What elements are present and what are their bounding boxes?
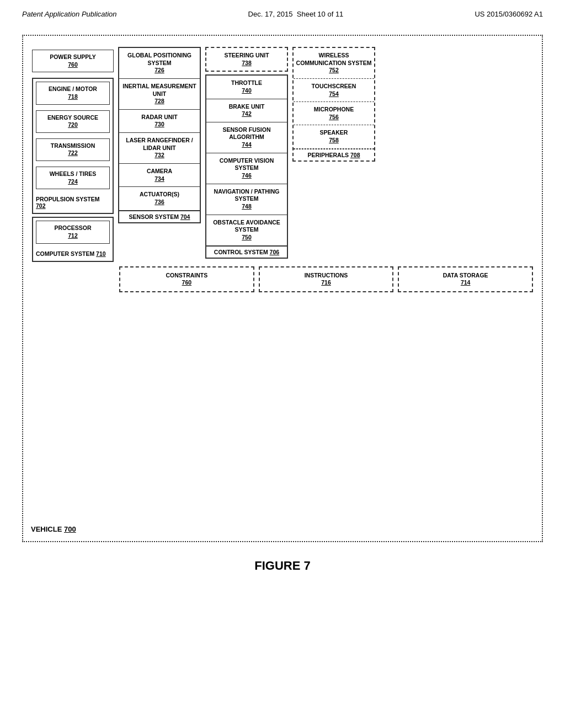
lidar-box: LASER RANGEFINDER / LIDAR UNIT 732 bbox=[119, 133, 200, 164]
sensor-column: GLOBAL POSITIONING SYSTEM 726 INERTIAL M… bbox=[118, 47, 201, 223]
control-column: THROTTLE 740 BRAKE UNIT 742 SENSOR FUSIO… bbox=[205, 74, 288, 258]
header-publication: Patent Application Publication bbox=[22, 10, 117, 18]
computer-group: PROCESSOR 712 COMPUTER SYSTEM 710 bbox=[32, 217, 114, 261]
left-column: POWER SUPPLY 760 ENGINE / MOTOR 718 ENER… bbox=[32, 47, 114, 262]
camera-box: CAMERA 734 bbox=[119, 164, 200, 187]
propulsion-group: ENGINE / MOTOR 718 ENERGY SOURCE 720 TRA… bbox=[32, 78, 114, 214]
touchscreen-box: TOUCHSCREEN 754 bbox=[294, 79, 374, 102]
throttle-box: THROTTLE 740 bbox=[206, 76, 287, 99]
sensor-fusion-box: SENSOR FUSION ALGORITHM 744 bbox=[206, 122, 287, 153]
brake-box: BRAKE UNIT 742 bbox=[206, 99, 287, 122]
header-date: Dec. 17, 2015 Sheet 10 of 11 bbox=[248, 10, 344, 18]
imu-box: INERTIAL MEASUREMENT UNIT 728 bbox=[119, 79, 200, 110]
header-patent-number: US 2015/0360692 A1 bbox=[475, 10, 543, 18]
columns-wrapper: POWER SUPPLY 760 ENGINE / MOTOR 718 ENER… bbox=[32, 47, 533, 262]
page-header: Patent Application Publication Dec. 17, … bbox=[0, 0, 565, 24]
transmission-box: TRANSMISSION 722 bbox=[36, 138, 110, 161]
engine-motor-box: ENGINE / MOTOR 718 bbox=[36, 82, 110, 104]
computer-vision-box: COMPUTER VISION SYSTEM 746 bbox=[206, 153, 287, 184]
navigation-box: NAVIGATION / PATHING SYSTEM 748 bbox=[206, 184, 287, 215]
sensor-label: SENSOR SYSTEM 704 bbox=[119, 211, 200, 222]
figure-label: FIGURE 7 bbox=[0, 559, 565, 573]
radar-box: RADAR UNIT 730 bbox=[119, 110, 200, 133]
microphone-box: MICROPHONE 756 bbox=[294, 102, 374, 125]
vehicle-label: VEHICLE 700 bbox=[31, 525, 76, 533]
control-label: CONTROL SYSTEM 706 bbox=[206, 246, 287, 258]
peripheral-column: WIRELESS COMMUNICATION SYSTEM 752 TOUCHS… bbox=[292, 47, 375, 162]
speaker-box: SPEAKER 758 bbox=[294, 125, 374, 148]
data-storage-box: DATA STORAGE 714 bbox=[398, 266, 533, 292]
constraints-box: CONSTRAINTS 760 bbox=[119, 266, 254, 292]
energy-source-box: ENERGY SOURCE 720 bbox=[36, 110, 110, 133]
control-column-wrapper: STEERING UNIT 738 THROTTLE 740 BRAKE UNI… bbox=[205, 47, 288, 259]
steering-box: STEERING UNIT 738 bbox=[205, 47, 288, 72]
bottom-section: CONSTRAINTS 760 INSTRUCTIONS 716 DATA ST… bbox=[119, 266, 533, 292]
gps-box: GLOBAL POSITIONING SYSTEM 726 bbox=[119, 48, 200, 79]
wheels-tires-box: WHEELS / TIRES 724 bbox=[36, 167, 110, 189]
propulsion-title: PROPULSION SYSTEM 702 bbox=[36, 195, 110, 210]
processor-box: PROCESSOR 712 bbox=[36, 221, 110, 243]
wireless-box: WIRELESS COMMUNICATION SYSTEM 752 bbox=[294, 48, 374, 79]
obstacle-box: OBSTACLE AVOIDANCE SYSTEM 750 bbox=[206, 215, 287, 246]
power-supply-box: POWER SUPPLY 760 bbox=[32, 50, 114, 72]
peripherals-label: PERIPHERALS 708 bbox=[294, 149, 374, 160]
diagram-container: VEHICLE 700 POWER SUPPLY 760 ENGINE / MO… bbox=[22, 35, 543, 542]
instructions-box: INSTRUCTIONS 716 bbox=[259, 266, 394, 292]
computer-title: COMPUTER SYSTEM 710 bbox=[36, 249, 110, 258]
actuators-box: ACTUATOR(S) 736 bbox=[119, 187, 200, 210]
